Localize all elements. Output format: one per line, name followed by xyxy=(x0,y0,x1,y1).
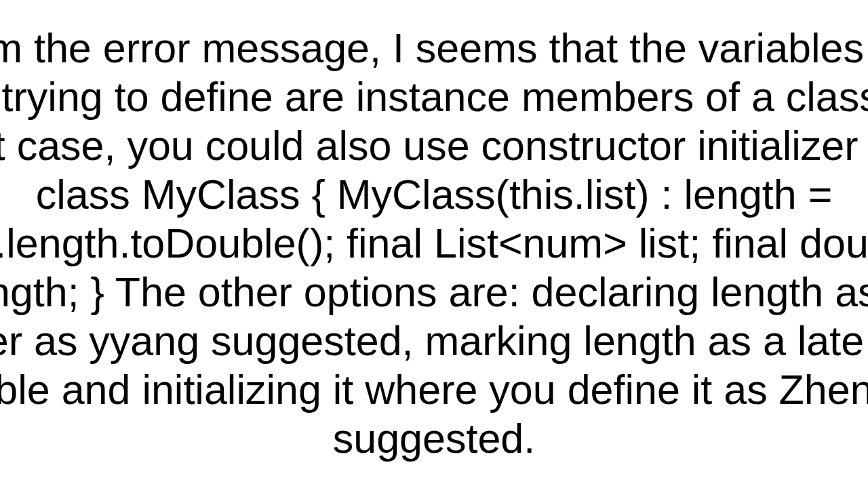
page-container: From the error message, I seems that the… xyxy=(0,0,868,488)
answer-body-text: From the error message, I seems that the… xyxy=(0,24,868,464)
